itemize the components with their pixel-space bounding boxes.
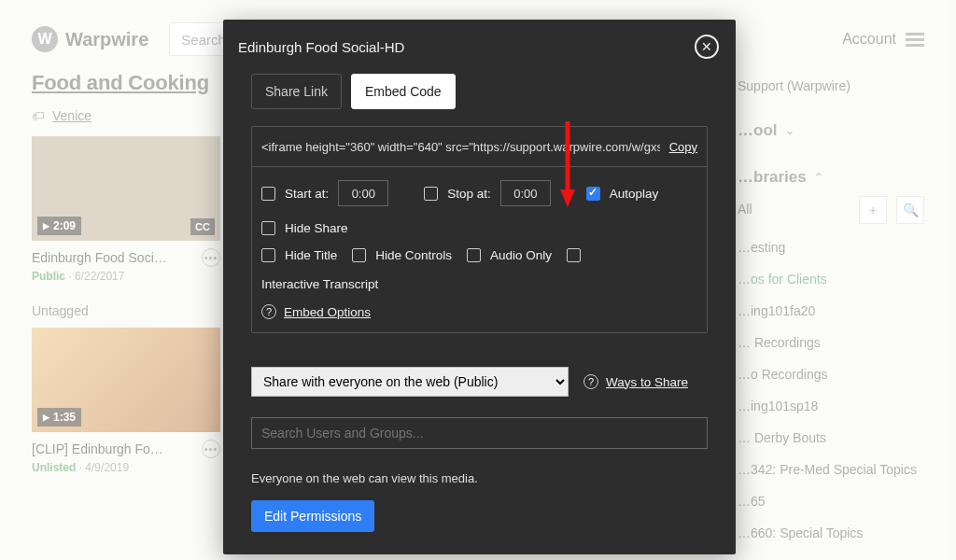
- library-list: …esting …os for Clients …ing101fa20 … Re…: [738, 231, 924, 549]
- list-item[interactable]: …65: [738, 485, 924, 517]
- tab-embed-code[interactable]: Embed Code: [351, 74, 456, 109]
- stop-at-label: Stop at:: [447, 187, 491, 201]
- list-item[interactable]: …o Recordings: [738, 358, 924, 390]
- brand-name: Warpwire: [65, 29, 148, 50]
- embed-code-input[interactable]: [261, 133, 660, 161]
- brand-logo[interactable]: W Warpwire: [32, 26, 148, 52]
- video-meta: Public · 6/22/2017: [32, 270, 220, 283]
- share-embed-modal: Edinburgh Food Social-HD ✕ Share Link Em…: [223, 20, 736, 554]
- tag-icon: 🏷: [32, 108, 45, 123]
- video-title: [CLIP] Edinburgh Fo…: [32, 441, 196, 456]
- visibility-badge: Public: [32, 270, 65, 283]
- list-item[interactable]: …ing101sp18: [738, 390, 924, 422]
- close-icon: ✕: [701, 39, 712, 54]
- visibility-badge: Unlisted: [32, 461, 76, 474]
- add-library-button[interactable]: +: [859, 196, 887, 224]
- list-item[interactable]: …660: Special Topics: [738, 517, 924, 549]
- account-label: Account: [842, 31, 896, 48]
- stop-at-input[interactable]: [500, 180, 551, 206]
- hamburger-icon: [906, 33, 924, 47]
- start-at-input[interactable]: [338, 180, 388, 206]
- copy-button[interactable]: Copy: [669, 140, 697, 154]
- embed-panel: Copy Start at: Stop at: Autoplay Hide: [251, 126, 708, 333]
- help-icon[interactable]: ?: [583, 374, 598, 389]
- brand-mark-icon: W: [32, 26, 58, 52]
- audio-only-label: Audio Only: [490, 248, 552, 262]
- hide-title-label: Hide Title: [285, 248, 337, 262]
- video-title: Edinburgh Food Soci…: [32, 250, 196, 265]
- hide-share-label: Hide Share: [285, 221, 348, 235]
- cc-badge: CC: [190, 218, 215, 235]
- permissions-text: Everyone on the web can view this media.: [251, 471, 708, 485]
- video-meta: Unlisted · 4/9/2019: [32, 461, 220, 474]
- video-card[interactable]: 1:35 [CLIP] Edinburgh Fo… ••• Unlisted ·…: [32, 328, 220, 474]
- list-item[interactable]: …os for Clients: [738, 263, 924, 295]
- duration-badge: 2:09: [37, 217, 81, 235]
- all-label[interactable]: All: [738, 196, 752, 224]
- autoplay-label: Autoplay: [610, 187, 659, 201]
- list-item[interactable]: …esting: [738, 231, 924, 263]
- sidebar-section-libraries[interactable]: …braries ⌃: [738, 168, 924, 187]
- interactive-transcript-checkbox[interactable]: [567, 248, 581, 262]
- hide-share-checkbox[interactable]: [261, 221, 275, 235]
- modal-title: Edinburgh Food Social-HD: [238, 39, 404, 55]
- list-item[interactable]: …342: Pre-Med Special Topics: [738, 454, 924, 485]
- ways-to-share: ? Ways to Share: [583, 374, 688, 389]
- autoplay-checkbox[interactable]: [586, 187, 600, 201]
- breadcrumb[interactable]: Support (Warpwire): [738, 78, 924, 93]
- ways-to-share-link[interactable]: Ways to Share: [606, 375, 688, 389]
- search-libraries-button[interactable]: 🔍: [896, 196, 924, 224]
- hide-controls-checkbox[interactable]: [352, 248, 366, 262]
- start-at-checkbox[interactable]: [261, 187, 275, 201]
- more-icon[interactable]: •••: [202, 248, 220, 267]
- video-card[interactable]: 2:09 CC Edinburgh Food Soci… ••• Public …: [32, 136, 220, 283]
- video-thumbnail[interactable]: 2:09 CC: [32, 136, 220, 241]
- close-button[interactable]: ✕: [695, 35, 719, 59]
- share-tabs: Share Link Embed Code: [251, 74, 708, 109]
- list-item[interactable]: … Derby Bouts: [738, 422, 924, 454]
- share-visibility-select[interactable]: Share with everyone on the web (Public): [251, 367, 569, 397]
- tag-link[interactable]: Venice: [52, 108, 91, 123]
- list-item[interactable]: …ing101fa20: [738, 295, 924, 327]
- interactive-transcript-label: Interactive Transcript: [261, 277, 378, 291]
- video-thumbnail[interactable]: 1:35: [32, 328, 220, 432]
- edit-permissions-button[interactable]: Edit Permissions: [251, 500, 374, 532]
- video-date: 4/9/2019: [85, 461, 129, 474]
- chevron-up-icon: ⌃: [814, 171, 823, 184]
- video-date: 6/22/2017: [75, 270, 124, 283]
- hide-controls-label: Hide Controls: [375, 248, 452, 262]
- more-icon[interactable]: •••: [202, 440, 220, 458]
- sidebar-section-school[interactable]: …ool ⌄: [738, 121, 924, 140]
- chevron-down-icon: ⌄: [785, 124, 794, 137]
- hide-title-checkbox[interactable]: [261, 248, 275, 262]
- audio-only-checkbox[interactable]: [467, 248, 481, 262]
- help-icon[interactable]: ?: [261, 304, 276, 319]
- start-at-label: Start at:: [285, 187, 329, 201]
- tab-share-link[interactable]: Share Link: [251, 74, 342, 109]
- stop-at-checkbox[interactable]: [424, 187, 438, 201]
- search-users-groups-input[interactable]: [251, 417, 708, 449]
- list-item[interactable]: … Recordings: [738, 327, 924, 358]
- duration-badge: 1:35: [37, 408, 81, 427]
- account-menu[interactable]: Account: [842, 31, 924, 48]
- sidebar: Support (Warpwire) …ool ⌄ …braries ⌃ All…: [738, 71, 924, 549]
- embed-options-link[interactable]: Embed Options: [284, 305, 371, 319]
